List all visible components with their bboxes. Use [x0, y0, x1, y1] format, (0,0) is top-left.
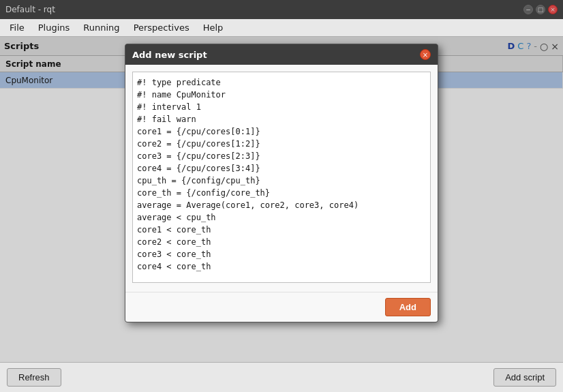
menu-plugins[interactable]: Plugins	[31, 20, 77, 35]
modal-footer: Add	[125, 292, 438, 322]
menu-bar: File Plugins Running Perspectives Help	[0, 19, 563, 37]
modal-overlay: Add new script × Add	[0, 37, 563, 362]
maximize-button[interactable]: □	[536, 5, 545, 14]
menu-help[interactable]: Help	[196, 20, 230, 35]
modal-titlebar: Add new script ×	[125, 44, 438, 65]
footer: Refresh Add script	[0, 362, 563, 392]
menu-file[interactable]: File	[3, 20, 31, 35]
title-bar-controls: − □ ×	[523, 5, 558, 14]
modal-title: Add new script	[132, 50, 207, 60]
minimize-button[interactable]: −	[523, 5, 533, 14]
modal-close-button[interactable]: ×	[420, 49, 431, 60]
menu-running[interactable]: Running	[76, 20, 126, 35]
window-title: Default - rqt	[5, 5, 55, 14]
menu-perspectives[interactable]: Perspectives	[127, 20, 196, 35]
add-script-modal: Add new script × Add	[125, 44, 438, 322]
refresh-button[interactable]: Refresh	[7, 368, 61, 387]
close-button[interactable]: ×	[548, 5, 558, 14]
main-area: Scripts D C ? - ○ × Script name Interval…	[0, 37, 563, 362]
title-bar: Default - rqt − □ ×	[0, 0, 563, 19]
modal-body	[125, 65, 438, 292]
add-script-button[interactable]: Add script	[493, 368, 556, 387]
script-content-textarea[interactable]	[132, 72, 431, 283]
add-button[interactable]: Add	[385, 298, 431, 316]
title-bar-left: Default - rqt	[5, 5, 55, 14]
